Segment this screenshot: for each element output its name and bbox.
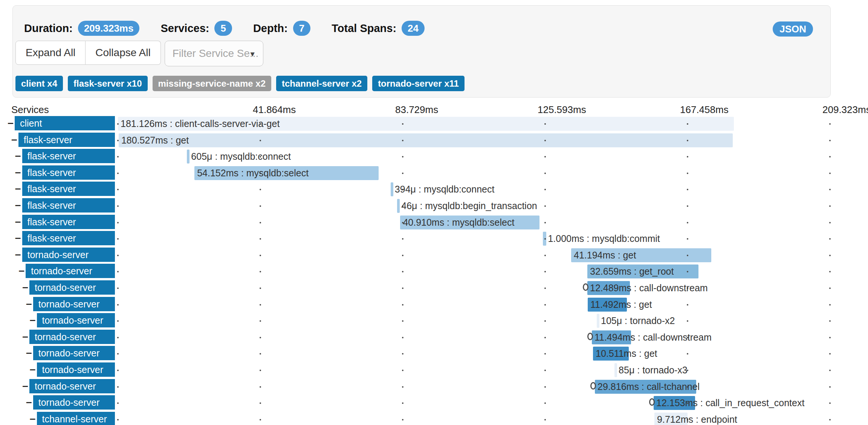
- trace-row: –tornado-server41.194ms : get: [0, 247, 868, 264]
- service-name-label[interactable]: flask-server: [22, 198, 115, 212]
- service-name-label[interactable]: flask-server: [18, 133, 115, 147]
- time-marker-dot: [117, 402, 119, 404]
- time-marker-dot: [829, 419, 831, 420]
- service-name-label[interactable]: tornado-server: [37, 362, 115, 377]
- span-label: 180.527ms : get: [121, 133, 189, 147]
- time-marker-dot: [829, 255, 831, 256]
- service-name-label[interactable]: tornado-server: [29, 330, 115, 344]
- time-marker-dot: [402, 419, 403, 420]
- service-name-label[interactable]: tornado-server: [29, 379, 115, 393]
- time-marker-dot: [687, 140, 688, 141]
- time-marker-dot: [544, 287, 546, 289]
- collapse-toggle[interactable]: –: [15, 182, 21, 196]
- time-marker-dot: [829, 304, 831, 306]
- time-marker-dot: [829, 189, 831, 190]
- span-bar[interactable]: [614, 363, 617, 377]
- time-marker-dot: [260, 337, 261, 338]
- collapse-toggle[interactable]: –: [29, 362, 36, 377]
- time-marker-dot: [260, 205, 261, 207]
- collapse-toggle[interactable]: –: [15, 215, 21, 229]
- collapse-toggle[interactable]: –: [15, 231, 21, 245]
- service-name-label[interactable]: flask-server: [22, 165, 115, 180]
- span-bar[interactable]: [397, 199, 400, 213]
- collapse-toggle[interactable]: –: [26, 297, 32, 311]
- collapse-toggle[interactable]: –: [15, 165, 21, 180]
- time-marker-dot: [117, 370, 119, 371]
- trace-waterfall: Services 41.864ms83.729ms125.593ms167.45…: [0, 0, 868, 425]
- service-name-label[interactable]: flask-server: [22, 149, 115, 163]
- collapse-toggle[interactable]: –: [18, 264, 25, 278]
- trace-row: –flask-server1.000ms : mysqldb:commit: [0, 231, 868, 247]
- time-marker-dot: [402, 255, 403, 256]
- time-marker-dot: [402, 386, 403, 388]
- service-name-label[interactable]: tchannel-server: [37, 412, 115, 425]
- time-marker-dot: [117, 304, 119, 306]
- trace-row: –tornado-server12.489ms : call-downstrea…: [0, 280, 868, 297]
- time-marker-dot: [544, 402, 546, 404]
- trace-row: –tornado-server32.659ms : get_root: [0, 263, 868, 280]
- annotation-circle-icon: [590, 382, 596, 390]
- collapse-toggle[interactable]: –: [26, 346, 32, 360]
- time-marker-dot: [117, 353, 119, 355]
- service-name-label[interactable]: tornado-server: [29, 280, 115, 295]
- time-marker-dot: [117, 271, 119, 272]
- time-marker-dot: [260, 370, 261, 371]
- annotation-circle-icon: [587, 333, 593, 340]
- span-label: 605μ : mysqldb:connect: [191, 150, 291, 164]
- collapse-toggle[interactable]: –: [11, 133, 18, 147]
- trace-row: –flask-server40.910ms : mysqldb:select: [0, 214, 868, 231]
- service-name-label[interactable]: client: [15, 116, 115, 130]
- time-marker-dot: [260, 287, 261, 289]
- collapse-toggle[interactable]: –: [29, 313, 36, 327]
- service-name-label[interactable]: flask-server: [22, 182, 115, 196]
- trace-row: –tornado-server11.494ms : call-downstrea…: [0, 329, 868, 346]
- collapse-toggle[interactable]: –: [15, 248, 21, 262]
- span-label: 9.712ms : endpoint: [657, 413, 737, 425]
- time-marker-dot: [687, 238, 688, 240]
- span-bar[interactable]: [597, 314, 599, 328]
- collapse-toggle[interactable]: –: [29, 412, 36, 425]
- time-marker-dot: [402, 156, 403, 157]
- service-name-label[interactable]: tornado-server: [33, 346, 115, 360]
- collapse-toggle[interactable]: –: [22, 330, 29, 344]
- time-marker-dot: [687, 189, 688, 190]
- trace-row: –tornado-server105μ : tornado-x2: [0, 313, 868, 329]
- time-marker-dot: [544, 386, 546, 388]
- trace-row: –tchannel-server9.712ms : endpoint: [0, 411, 868, 425]
- time-marker-dot: [544, 189, 546, 190]
- span-label: 181.126ms : client-calls-server-via-get: [121, 117, 280, 131]
- span-bar[interactable]: [391, 182, 393, 196]
- collapse-toggle[interactable]: –: [22, 379, 29, 393]
- collapse-toggle[interactable]: –: [15, 149, 21, 163]
- time-marker-dot: [117, 205, 119, 207]
- span-label: 11.494ms : call-downstream: [594, 330, 712, 344]
- service-name-label[interactable]: tornado-server: [22, 248, 115, 262]
- time-marker-dot: [829, 287, 831, 289]
- time-marker-dot: [829, 140, 831, 141]
- service-name-label[interactable]: flask-server: [22, 231, 115, 245]
- service-name-label[interactable]: tornado-server: [33, 395, 115, 410]
- time-marker-dot: [117, 156, 119, 157]
- time-marker-dot: [687, 222, 688, 223]
- service-name-label[interactable]: tornado-server: [33, 297, 115, 311]
- trace-row: –tornado-server12.153ms : call_in_reques…: [0, 395, 868, 411]
- trace-row: –flask-server54.152ms : mysqldb:select: [0, 165, 868, 182]
- collapse-toggle[interactable]: –: [7, 116, 14, 130]
- collapse-toggle[interactable]: –: [22, 280, 29, 295]
- collapse-toggle[interactable]: –: [15, 198, 21, 212]
- span-bar[interactable]: [119, 133, 733, 147]
- time-marker-dot: [402, 123, 403, 125]
- service-name-label[interactable]: tornado-server: [37, 313, 115, 327]
- time-marker-dot: [402, 353, 403, 355]
- time-marker-dot: [829, 123, 831, 125]
- time-marker-dot: [687, 205, 688, 207]
- collapse-toggle[interactable]: –: [26, 395, 32, 410]
- service-name-label[interactable]: flask-server: [22, 215, 115, 229]
- time-marker-label: 167.458ms: [680, 104, 729, 116]
- time-marker-label: 41.864ms: [253, 104, 296, 116]
- service-name-label[interactable]: tornado-server: [26, 264, 115, 278]
- time-marker-dot: [687, 320, 688, 322]
- span-bar[interactable]: [187, 150, 189, 164]
- time-marker-dot: [687, 255, 688, 256]
- time-marker-dot: [402, 140, 403, 141]
